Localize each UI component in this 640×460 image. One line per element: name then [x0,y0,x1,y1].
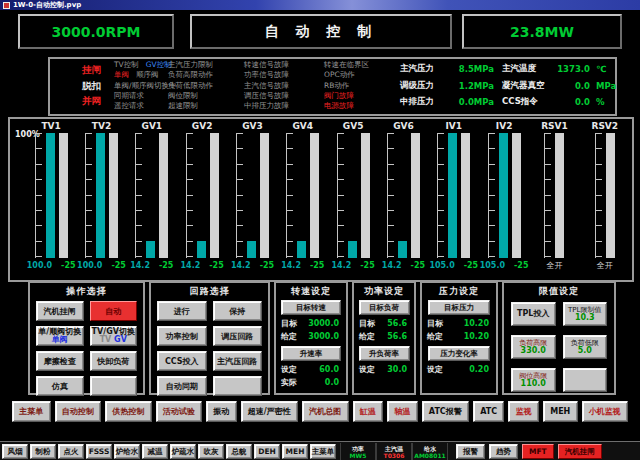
nav-button-13[interactable]: 小机监视 [582,401,629,422]
simulation-button[interactable]: 仿真 [36,376,84,396]
measurement-row: CCS指令0.0% [502,94,616,111]
mode-indicator: 遥控请求 [114,101,144,110]
nav-button-12[interactable]: MEH [543,401,578,422]
demand-bar [411,133,420,258]
valve-bars [337,133,370,258]
turbine-latch-button[interactable]: 汽机挂闸 [36,301,84,321]
measurement-value: 1373.0 [556,64,590,74]
nav-button-6[interactable]: 汽机总图 [302,401,349,422]
taskbar-button-8[interactable]: 总貌 [226,444,252,459]
nav-button-7[interactable]: 缸温 [353,401,384,422]
speed-setting-rate-button[interactable]: 升速率 [281,346,341,361]
measurement-value: 0.0 [556,97,590,107]
valve-bars [488,133,521,258]
taskbar-button-1[interactable]: 制粉 [30,444,56,459]
taskbar: 风烟制粉点火FSSS炉给水减温炉疏水吹灰总貌DEHMEH主菜单 功率MW5主汽温… [0,441,640,460]
demand-bar [59,133,68,258]
loop-select-button-1[interactable]: 保持 [213,301,263,321]
panel-loop-select: 回路选择 进行保持功率控制调压回路CCS投入主汽压回路自动同期 [149,281,270,395]
valve-bars [35,133,68,258]
taskbar-button-0[interactable]: 风烟 [2,444,28,459]
speed-setting-target-button[interactable]: 目标转速 [281,300,341,315]
fault-indicator: 功率信号故障 [244,70,289,80]
mode-indicator: TV控制 [114,60,139,69]
demand-bar [210,133,219,258]
fault-indicator: 调压信号故障 [244,91,289,101]
loop-select-button-2[interactable]: 功率控制 [157,326,207,346]
nav-button-11[interactable]: 监视 [508,401,539,422]
loop-select-button-4[interactable]: CCS投入 [157,351,207,371]
taskbar-right-button-0[interactable]: 报警 [456,444,485,459]
op-blank-button[interactable] [90,376,138,396]
taskbar-readout-0: 功率MW5 [340,443,376,460]
taskbar-right-button-2[interactable]: MFT [522,444,554,459]
pressure-setting-target-button[interactable]: 目标压力 [428,300,491,315]
power-setting-rate-button[interactable]: 升负荷率 [359,346,410,361]
taskbar-right-button-3[interactable]: 汽机挂闸 [558,444,602,459]
taskbar-button-3[interactable]: FSSS [86,444,112,459]
nav-button-2[interactable]: 供热控制 [105,401,152,422]
power-setting-target-button[interactable]: 目标负荷 [359,300,410,315]
taskbar-readout-2: 给水AM08011 [412,443,448,460]
demand-value: -25 [61,261,75,270]
taskbar-button-6[interactable]: 炉疏水 [170,444,196,459]
tv-gv-switch-button[interactable]: TV/GV切换 TV GV [90,326,138,346]
app-icon [3,2,10,9]
limit-buttons: TPL投入TPL限制值10.3负荷高限330.0负荷低限5.0阀位高限110.0 [504,297,614,392]
scale-ticks [337,133,344,258]
setpoint-label: 给定 [281,331,308,342]
loop-select-button-3[interactable]: 调压回路 [213,326,263,346]
nav-button-8[interactable]: 轴温 [387,401,418,422]
measurement-row: 主汽压力8.5MPa [400,61,494,78]
actual-position-bar [96,133,105,258]
status-panel: 挂闸脱扣并网 TV控制GV控制单阀顺序阀单阀/顺序阀切换中同期请求遥控请求 主汽… [48,57,617,116]
limit-blank-button[interactable] [563,368,608,392]
nav-button-1[interactable]: 自动控制 [55,401,102,422]
fault-indicator: 转速信号故障 [244,60,289,70]
limit-button-4[interactable]: 阀位高限110.0 [511,368,556,392]
valve-group-gv5: GV514.2-25 [328,121,378,278]
nav-button-4[interactable]: 振动 [206,401,237,422]
single-seq-valve-switch-button[interactable]: 单/顺阀切换 单阀 [36,326,84,346]
readout-value: T0306 [384,452,405,459]
nav-button-10[interactable]: ATC [473,401,504,422]
measurement-label: 主汽压力 [400,63,450,75]
limit-indicator: 超速限制 [168,101,213,111]
taskbar-button-11[interactable]: 主菜单 [310,444,336,459]
operation-buttons: 汽机挂闸 自动 单/顺阀切换 单阀 TV/GV切换 TV GV 摩擦检查 快卸负… [30,297,143,396]
taskbar-button-5[interactable]: 减温 [142,444,168,459]
loop-blank-button[interactable] [213,376,263,396]
taskbar-button-7[interactable]: 吹灰 [198,444,224,459]
setpoint-value: 0.20 [469,365,491,374]
pressure-setting-rate-button[interactable]: 压力变化率 [428,346,491,361]
taskbar-button-2[interactable]: 点火 [58,444,84,459]
nav-button-5[interactable]: 超速/严密性 [241,401,298,422]
nav-button-0[interactable]: 主菜单 [12,401,51,422]
event-indicator: 电源故障 [324,101,369,111]
limit-indicator: 负荷高限动作 [168,70,213,80]
loop-select-button-6[interactable]: 自动同期 [157,376,207,396]
friction-check-button[interactable]: 摩擦检查 [36,351,84,371]
nav-button-3[interactable]: 活动试验 [156,401,203,422]
taskbar-right-button-1[interactable]: 趋势 [489,444,518,459]
limit-button-2[interactable]: 负荷高限330.0 [511,335,556,359]
valve-group-iv1: IV1105.0-25 [429,121,479,278]
actual-value: 14.2 [231,261,251,270]
tpl-engage-button[interactable]: TPL投入 [511,302,556,326]
taskbar-button-10[interactable]: MEH [282,444,308,459]
panel-operation-select: 操作选择 汽机挂闸 自动 单/顺阀切换 单阀 TV/GV切换 TV GV 摩擦检… [28,281,145,395]
nav-button-9[interactable]: ATC报警 [422,401,469,422]
limit-button-1[interactable]: TPL限制值10.3 [563,302,608,326]
auto-button[interactable]: 自动 [90,301,138,321]
valve-bars [544,133,564,258]
loop-select-button-5[interactable]: 主汽压回路 [213,351,263,371]
taskbar-button-9[interactable]: DEH [254,444,280,459]
limit-button-3[interactable]: 负荷低限5.0 [563,335,608,359]
demand-bar [260,133,269,258]
demand-bar [361,133,370,258]
fast-unload-button[interactable]: 快卸负荷 [90,351,138,371]
taskbar-button-4[interactable]: 炉给水 [114,444,140,459]
loop-select-button-0[interactable]: 进行 [157,301,207,321]
demand-value: -25 [310,261,324,270]
valve-values: 14.2-25 [281,258,324,272]
